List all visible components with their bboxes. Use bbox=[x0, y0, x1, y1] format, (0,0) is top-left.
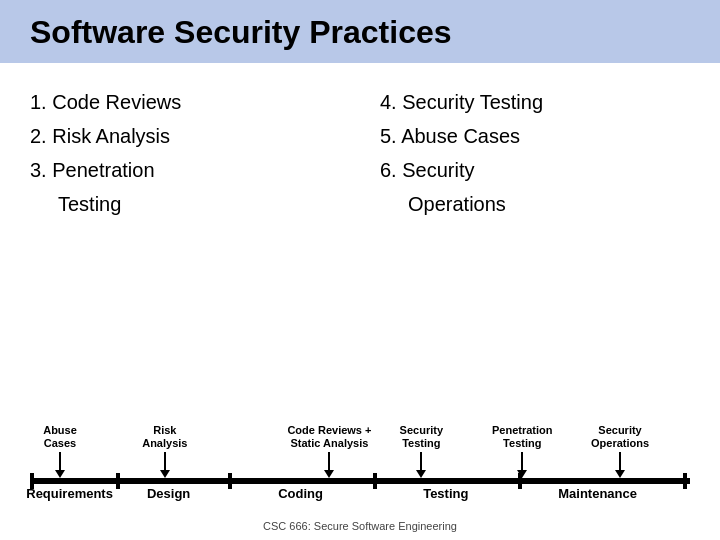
list-text-3-line2: Testing bbox=[58, 193, 121, 215]
arrow-shaft-code-reviews bbox=[328, 452, 330, 470]
timeline-wrapper: AbuseCases RiskAnalysis Code Reviews +St… bbox=[30, 418, 690, 514]
arrow-shaft-security-operations bbox=[619, 452, 621, 470]
phases-row: Requirements Design Coding Testing Maint… bbox=[30, 486, 690, 514]
list-text-5: Abuse Cases bbox=[401, 125, 520, 147]
list-text-6: Security bbox=[402, 159, 474, 181]
list-item-5: 5. Abuse Cases bbox=[380, 121, 690, 151]
arrow-head-security-testing bbox=[416, 470, 426, 478]
arrow-head-code-reviews bbox=[324, 470, 334, 478]
title-bar: Software Security Practices bbox=[0, 0, 720, 63]
list-item-1: 1. Code Reviews bbox=[30, 87, 340, 117]
arrow-abuse-cases: AbuseCases bbox=[43, 424, 77, 478]
arrows-row: AbuseCases RiskAnalysis Code Reviews +St… bbox=[30, 418, 690, 478]
list-text-2: Risk Analysis bbox=[52, 125, 170, 147]
arrow-head-security-operations bbox=[615, 470, 625, 478]
arrow-head-abuse-cases bbox=[55, 470, 65, 478]
right-list: 4. Security Testing 5. Abuse Cases 6. Se… bbox=[380, 87, 690, 408]
footer-text: CSC 666: Secure Software Engineering bbox=[263, 520, 457, 532]
page-title: Software Security Practices bbox=[30, 14, 690, 51]
phase-requirements: Requirements bbox=[26, 486, 113, 501]
arrow-label-security-testing: SecurityTesting bbox=[400, 424, 443, 450]
list-number-5: 5. bbox=[380, 125, 397, 147]
list-number-4: 4. bbox=[380, 91, 397, 113]
arrow-security-operations: SecurityOperations bbox=[591, 424, 649, 478]
list-item-2: 2. Risk Analysis bbox=[30, 121, 340, 151]
list-item-3-cont: Testing bbox=[58, 189, 340, 219]
list-text-1: Code Reviews bbox=[52, 91, 181, 113]
list-text-3: Penetration bbox=[52, 159, 154, 181]
arrow-security-testing: SecurityTesting bbox=[400, 424, 443, 478]
arrow-shaft-risk-analysis bbox=[164, 452, 166, 470]
timeline-section: AbuseCases RiskAnalysis Code Reviews +St… bbox=[0, 408, 720, 514]
arrow-label-risk-analysis: RiskAnalysis bbox=[142, 424, 187, 450]
footer: CSC 666: Secure Software Engineering bbox=[0, 514, 720, 540]
phase-maintenance: Maintenance bbox=[558, 486, 637, 501]
list-item-6-cont: Operations bbox=[408, 189, 690, 219]
list-item-3: 3. Penetration bbox=[30, 155, 340, 185]
arrow-label-code-reviews: Code Reviews +Static Analysis bbox=[287, 424, 371, 450]
list-item-6: 6. Security bbox=[380, 155, 690, 185]
phase-design: Design bbox=[147, 486, 190, 501]
arrow-head-risk-analysis bbox=[160, 470, 170, 478]
arrow-shaft-security-testing bbox=[420, 452, 422, 470]
list-text-6-line2: Operations bbox=[408, 193, 506, 215]
list-text-4: Security Testing bbox=[402, 91, 543, 113]
timeline-line bbox=[30, 478, 690, 484]
left-list: 1. Code Reviews 2. Risk Analysis 3. Pene… bbox=[30, 87, 340, 408]
list-number-2: 2. bbox=[30, 125, 47, 147]
arrow-code-reviews: Code Reviews +Static Analysis bbox=[287, 424, 371, 478]
list-number-1: 1. bbox=[30, 91, 47, 113]
list-number-3: 3. bbox=[30, 159, 47, 181]
phase-testing: Testing bbox=[423, 486, 468, 501]
arrow-label-penetration-testing: PenetrationTesting bbox=[492, 424, 553, 450]
arrow-label-security-operations: SecurityOperations bbox=[591, 424, 649, 450]
arrow-shaft-abuse-cases bbox=[59, 452, 61, 470]
phase-coding: Coding bbox=[278, 486, 323, 501]
page: Software Security Practices 1. Code Revi… bbox=[0, 0, 720, 540]
arrow-penetration-testing: PenetrationTesting bbox=[492, 424, 553, 478]
arrow-risk-analysis: RiskAnalysis bbox=[142, 424, 187, 478]
list-number-6: 6. bbox=[380, 159, 397, 181]
arrow-label-abuse-cases: AbuseCases bbox=[43, 424, 77, 450]
content-area: 1. Code Reviews 2. Risk Analysis 3. Pene… bbox=[0, 63, 720, 408]
arrow-shaft-penetration-testing bbox=[521, 452, 523, 470]
list-item-4: 4. Security Testing bbox=[380, 87, 690, 117]
